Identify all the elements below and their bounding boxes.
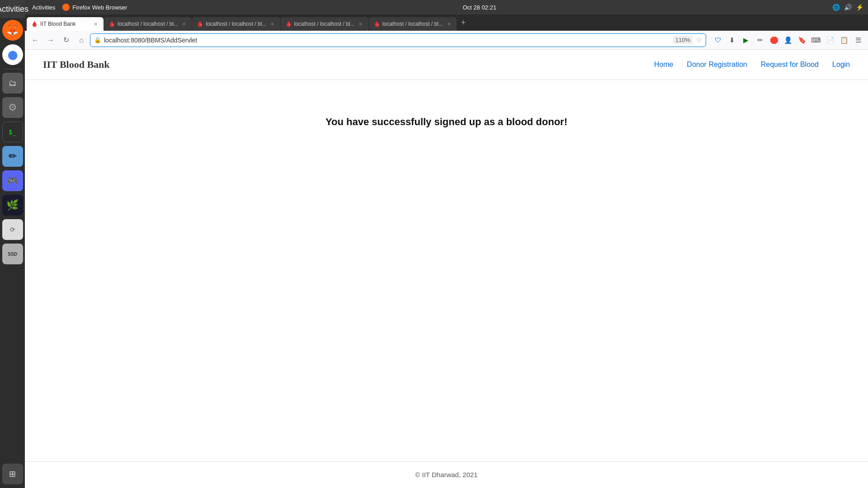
nav-link-request-blood[interactable]: Request for Blood (761, 61, 819, 69)
firefox-icon-small (62, 4, 70, 11)
extensions-icon[interactable]: 🛡 (712, 34, 724, 47)
site-navbar: IIT Blood Bank Home Donor Registration R… (25, 50, 868, 80)
tab-3[interactable]: 🩸 localhost / localhost / bl... × (281, 17, 368, 31)
tab-4[interactable]: 🩸 localhost / localhost / bl... × (369, 17, 457, 31)
tab-title-1: localhost / localhost / bl... (118, 21, 178, 27)
tab-close-4[interactable]: × (446, 20, 452, 28)
terminal-taskbar-icon[interactable]: $_ (2, 122, 23, 142)
pocket-icon[interactable]: 🔖 (796, 34, 808, 47)
site-brand: IIT Blood Bank (43, 59, 110, 70)
title-bar-controls: 🌐 🔊 ⚡ (832, 3, 864, 12)
play-icon[interactable]: ▶ (740, 34, 752, 47)
back-button[interactable]: ← (28, 33, 42, 47)
avatar-icon[interactable]: 👤 (782, 34, 794, 47)
clipboard-icon[interactable]: 📋 (838, 34, 850, 47)
files-taskbar-icon[interactable]: 🗂 (2, 73, 23, 94)
discord-taskbar-icon[interactable]: 🎮 (2, 170, 23, 191)
site-footer: © IIT Dharwad, 2021 (25, 461, 868, 488)
new-tab-button[interactable]: + (457, 16, 470, 29)
forward-button[interactable]: → (44, 33, 57, 47)
ssd-taskbar-icon[interactable]: SSD (2, 244, 23, 264)
tab-2[interactable]: 🩸 localhost / localhost / bl... × (192, 17, 280, 31)
activities-label: Activities (0, 5, 28, 14)
site-nav-links: Home Donor Registration Request for Bloo… (654, 61, 850, 69)
address-bar-input[interactable] (104, 37, 670, 44)
ublock-icon[interactable]: 🛑 (768, 34, 780, 47)
os-taskbar: Activities 🦊 ⬤ 🗂 ⚙ $_ ✏ 🎮 🌿 ⟳ SSD ⊞ (0, 0, 25, 488)
nav-link-login[interactable]: Login (832, 61, 850, 69)
tab-favicon-4: 🩸 (373, 21, 380, 27)
security-icon: 🔒 (94, 37, 101, 43)
battery-icon: ⚡ (855, 3, 864, 12)
toolbar-icons: 🛡 ⬇ ▶ ✏ 🛑 👤 🔖 ⌨ 📄 📋 ☰ (712, 34, 864, 47)
editor-taskbar-icon[interactable]: ✏ (2, 146, 23, 167)
title-bar: Activities Firefox Web Browser Oct 28 02… (25, 0, 868, 14)
browser-title: Firefox Web Browser (72, 4, 127, 11)
webpage-content: IIT Blood Bank Home Donor Registration R… (25, 50, 868, 488)
tab-bar: 🩸 IIT Blood Bank × 🩸 localhost / localho… (25, 14, 868, 31)
darkroom-taskbar-icon[interactable]: 🌿 (2, 195, 23, 216)
title-bar-datetime: Oct 28 02:21 (462, 4, 496, 11)
title-bar-left: Activities Firefox Web Browser (28, 3, 127, 12)
tab-active[interactable]: 🩸 IIT Blood Bank × (27, 17, 104, 31)
tab-close-active[interactable]: × (93, 20, 99, 28)
tab-favicon-2: 🩸 (197, 21, 203, 27)
title-activities-btn[interactable]: Activities (28, 3, 59, 12)
tab-title-4: localhost / localhost / bl... (382, 21, 443, 27)
pdf-icon[interactable]: 📄 (824, 34, 836, 47)
tab-title-2: localhost / localhost / bl... (206, 21, 266, 27)
network-icon: 🌐 (832, 3, 841, 12)
tab-favicon-1: 🩸 (108, 21, 115, 27)
firefox-label: Firefox Web Browser (62, 4, 127, 11)
zoom-indicator[interactable]: 110% (673, 36, 693, 44)
tab-1[interactable]: 🩸 localhost / localhost / bl... × (104, 17, 192, 31)
tab-close-1[interactable]: × (181, 20, 187, 28)
nav-link-home[interactable]: Home (654, 61, 674, 69)
browser-menu-button[interactable]: ☰ (852, 34, 864, 47)
footer-text: © IIT Dharwad, 2021 (415, 471, 477, 479)
browser-window: Activities Firefox Web Browser Oct 28 02… (25, 0, 868, 488)
taskbar-separator-1 (5, 69, 21, 69)
tab-title-3: localhost / localhost / bl... (294, 21, 355, 27)
nav-bar: ← → ↻ ⌂ 🔒 110% ☆ 🛡 ⬇ ▶ ✏ 🛑 👤 🔖 ⌨ 📄 📋 ☰ (25, 31, 868, 50)
tab-favicon-active: 🩸 (31, 21, 38, 27)
tab-close-2[interactable]: × (269, 20, 275, 28)
tab-favicon-3: 🩸 (285, 21, 292, 27)
nav-link-donor-registration[interactable]: Donor Registration (687, 61, 747, 69)
home-button[interactable]: ⌂ (75, 33, 88, 47)
firefox-taskbar-icon[interactable]: 🦊 (2, 20, 23, 41)
tab-title-active: IIT Blood Bank (40, 21, 90, 27)
reload-button[interactable]: ↻ (59, 33, 73, 47)
chrome-taskbar-icon[interactable]: ⬤ (2, 44, 23, 65)
software-taskbar-icon[interactable]: ⟳ (2, 219, 23, 240)
settings-taskbar-icon[interactable]: ⚙ (2, 97, 23, 118)
tab-close-3[interactable]: × (358, 20, 364, 28)
volume-icon: 🔊 (844, 3, 853, 12)
site-main: You have successfully signed up as a blo… (25, 80, 868, 461)
bookmark-star-icon[interactable]: ☆ (696, 36, 702, 44)
vimium-icon[interactable]: ⌨ (810, 34, 822, 47)
download-icon[interactable]: ⬇ (726, 34, 738, 47)
success-message: You have successfully signed up as a blo… (326, 116, 567, 128)
app-grid-icon[interactable]: ⊞ (2, 464, 23, 484)
address-bar-container[interactable]: 🔒 110% ☆ (90, 33, 706, 47)
activities-button[interactable]: Activities (0, 0, 25, 18)
edit-icon[interactable]: ✏ (754, 34, 766, 47)
